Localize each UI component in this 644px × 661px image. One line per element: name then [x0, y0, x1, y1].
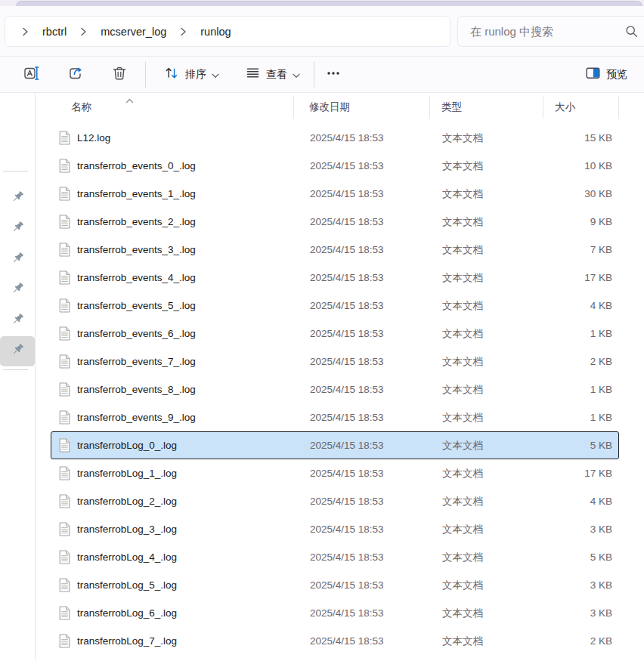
file-name: transferrob_events_9_.log: [77, 412, 196, 423]
column-header-name[interactable]: 名称: [36, 96, 294, 119]
file-type: 文本文档: [442, 635, 563, 648]
text-document-icon: [59, 438, 70, 453]
file-type: 文本文档: [442, 383, 563, 397]
file-date-modified: 2025/4/15 18:53: [310, 160, 442, 171]
file-type: 文本文档: [442, 159, 563, 173]
view-button[interactable]: 查看: [237, 61, 308, 88]
file-name: transferrob_events_0_.log: [77, 160, 196, 171]
sort-ascending-icon: [125, 93, 134, 107]
file-row[interactable]: transferrob_events_9_.log 2025/4/15 18:5…: [51, 403, 619, 431]
file-date-modified: 2025/4/15 18:53: [310, 132, 442, 144]
file-name: transferrobLog_6_.log: [77, 607, 177, 619]
file-size: 3 KB: [563, 524, 612, 535]
file-date-modified: 2025/4/15 18:53: [310, 188, 442, 199]
text-document-icon: [59, 215, 70, 229]
text-document-icon: [59, 298, 70, 313]
preview-label: 预览: [606, 68, 627, 82]
file-row[interactable]: transferrobLog_5_.log 2025/4/15 18:53 文本…: [51, 571, 619, 599]
pinned-item[interactable]: [0, 214, 35, 245]
breadcrumb[interactable]: rbctrl mcserver_log runlog: [5, 16, 450, 47]
pinned-item[interactable]: [0, 336, 35, 367]
pinned-item[interactable]: [0, 305, 35, 336]
text-document-icon: [59, 578, 70, 592]
text-document-icon: [59, 606, 70, 620]
breadcrumb-item-runlog[interactable]: runlog: [196, 23, 235, 41]
text-document-icon: [59, 131, 70, 145]
file-row[interactable]: transferrobLog_2_.log 2025/4/15 18:53 文本…: [51, 487, 619, 515]
file-date-modified: 2025/4/15 18:53: [310, 412, 442, 423]
file-name: transferrob_events_4_.log: [77, 272, 196, 283]
file-type: 文本文档: [442, 607, 563, 620]
breadcrumb-item-mcserver-log[interactable]: mcserver_log: [96, 23, 171, 41]
file-row[interactable]: transferrobLog_0_.log 2025/4/15 18:53 文本…: [51, 431, 619, 459]
file-date-modified: 2025/4/15 18:53: [310, 216, 442, 227]
more-icon: [325, 65, 342, 85]
file-row[interactable]: transferrob_events_8_.log 2025/4/15 18:5…: [51, 375, 619, 403]
toolbar-divider: [314, 62, 314, 88]
file-row[interactable]: transferrob_events_2_.log 2025/4/15 18:5…: [51, 208, 619, 236]
share-button[interactable]: [60, 61, 91, 88]
file-type: 文本文档: [442, 299, 563, 313]
delete-button[interactable]: [104, 61, 135, 88]
file-type: 文本文档: [442, 131, 563, 145]
pinned-item[interactable]: [0, 244, 35, 275]
file-row[interactable]: transferrobLog_1_.log 2025/4/15 18:53 文本…: [51, 459, 619, 487]
file-type: 文本文档: [442, 551, 563, 564]
file-name: transferrob_events_6_.log: [77, 328, 196, 339]
file-date-modified: 2025/4/15 18:53: [310, 244, 442, 255]
file-row[interactable]: transferrobLog_3_.log 2025/4/15 18:53 文本…: [51, 515, 619, 543]
search-icon[interactable]: [625, 25, 638, 38]
file-row[interactable]: transferrob_events_0_.log 2025/4/15 18:5…: [51, 152, 619, 180]
file-type: 文本文档: [442, 411, 563, 425]
pinned-item[interactable]: [0, 275, 35, 306]
file-row[interactable]: transferrobLog_6_.log 2025/4/15 18:53 文本…: [51, 599, 619, 627]
file-row[interactable]: transferrob_events_4_.log 2025/4/15 18:5…: [51, 264, 619, 292]
rename-button[interactable]: [17, 61, 47, 88]
command-toolbar: 排序 查看: [0, 57, 644, 92]
file-row[interactable]: transferrob_events_6_.log 2025/4/15 18:5…: [51, 320, 619, 347]
sort-button[interactable]: 排序: [156, 61, 227, 88]
file-name: transferrob_events_3_.log: [77, 244, 196, 255]
file-row[interactable]: transferrob_events_1_.log 2025/4/15 18:5…: [51, 180, 619, 208]
file-size: 2 KB: [563, 635, 612, 647]
search-box[interactable]: [457, 16, 644, 47]
file-date-modified: 2025/4/15 18:53: [310, 384, 442, 395]
pin-icon: [11, 251, 25, 268]
file-row[interactable]: transferrobLog_7_.log 2025/4/15 18:53 文本…: [51, 627, 619, 655]
pinned-item[interactable]: [0, 183, 35, 214]
column-header-type[interactable]: 类型: [430, 96, 543, 119]
file-name: transferrob_events_2_.log: [77, 216, 196, 227]
chevron-right-icon[interactable]: [13, 27, 38, 36]
preview-pane-icon: [585, 65, 601, 84]
file-row[interactable]: transferrob_events_3_.log 2025/4/15 18:5…: [51, 236, 619, 264]
pin-icon: [11, 312, 25, 329]
more-options-button[interactable]: [320, 61, 346, 88]
column-header-date[interactable]: 修改日期: [294, 96, 430, 119]
file-date-modified: 2025/4/15 18:53: [310, 328, 442, 339]
file-size: 4 KB: [563, 300, 612, 311]
share-icon: [67, 65, 84, 85]
file-name: transferrobLog_0_.log: [77, 440, 177, 451]
text-document-icon: [59, 159, 70, 173]
search-input[interactable]: [458, 25, 625, 38]
breadcrumb-item-rbctrl[interactable]: rbctrl: [38, 23, 71, 41]
sort-icon: [164, 65, 180, 84]
file-row[interactable]: transferrobLog_4_.log 2025/4/15 18:53 文本…: [51, 543, 619, 571]
preview-button[interactable]: 预览: [577, 61, 635, 88]
pin-icon: [11, 220, 25, 237]
file-date-modified: 2025/4/15 18:53: [310, 496, 442, 507]
file-size: 3 KB: [563, 579, 612, 591]
file-row[interactable]: L12.log 2025/4/15 18:53 文本文档 15 KB: [51, 124, 619, 152]
text-document-icon: [59, 382, 70, 397]
file-type: 文本文档: [442, 327, 563, 341]
file-row[interactable]: transferrob_events_7_.log 2025/4/15 18:5…: [51, 347, 619, 375]
sidebar-pins: [0, 183, 35, 366]
file-size: 5 KB: [563, 440, 612, 451]
file-type: 文本文档: [442, 355, 563, 369]
view-icon: [245, 65, 261, 84]
file-size: 2 KB: [563, 356, 612, 367]
column-header-size[interactable]: 大小: [543, 96, 619, 119]
file-size: 17 KB: [563, 468, 612, 479]
text-document-icon: [59, 634, 70, 648]
file-row[interactable]: transferrob_events_5_.log 2025/4/15 18:5…: [51, 292, 619, 320]
